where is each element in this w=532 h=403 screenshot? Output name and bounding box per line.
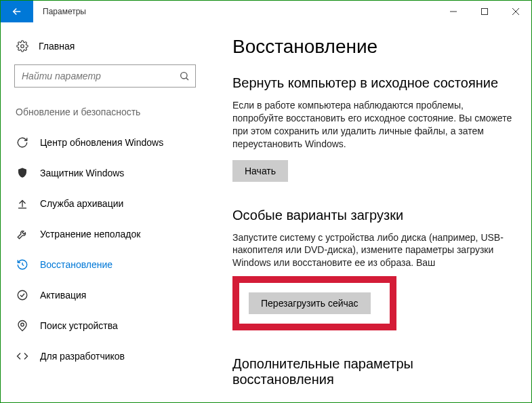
- sidebar-item-defender[interactable]: Защитник Windows: [14, 157, 196, 188]
- sidebar-item-label: Защитник Windows: [40, 168, 124, 178]
- window-title: Параметры: [33, 1, 438, 22]
- sidebar-item-developers[interactable]: Для разработчиков: [14, 341, 196, 371]
- search-input[interactable]: [22, 71, 179, 81]
- minimize-icon: [450, 8, 457, 15]
- close-icon: [512, 8, 519, 15]
- svg-point-1: [21, 45, 24, 48]
- window-controls: [438, 1, 531, 22]
- search-box[interactable]: [14, 64, 196, 88]
- sidebar-item-label: Поиск устройства: [40, 320, 118, 331]
- svg-point-2: [181, 73, 187, 79]
- advanced-body: Запустите систему с устройства либо диск…: [232, 231, 512, 270]
- sidebar-item-label: Восстановление: [40, 259, 112, 270]
- check-circle-icon: [16, 289, 29, 301]
- location-icon: [16, 320, 29, 332]
- sync-icon: [16, 136, 29, 149]
- highlight-annotation: Перезагрузить сейчас: [232, 276, 396, 330]
- sidebar-item-windows-update[interactable]: Центр обновления Windows: [14, 127, 196, 157]
- history-icon: [16, 258, 29, 271]
- page-title: Восстановление: [232, 36, 512, 58]
- arrow-left-icon: [11, 5, 23, 18]
- code-icon: [16, 350, 29, 362]
- more-recovery-section: Дополнительные параметры восстановления: [232, 356, 512, 387]
- svg-point-4: [21, 323, 24, 326]
- sidebar-item-label: Для разработчиков: [40, 351, 125, 362]
- main-panel: Восстановление Вернуть компьютер в исход…: [209, 22, 531, 403]
- advanced-title: Особые варианты загрузки: [232, 208, 512, 223]
- back-button[interactable]: [1, 1, 33, 22]
- wrench-icon: [16, 228, 29, 240]
- shield-icon: [16, 167, 29, 179]
- sidebar-item-activation[interactable]: Активация: [14, 280, 196, 310]
- svg-point-3: [18, 290, 27, 300]
- svg-rect-0: [482, 9, 488, 15]
- maximize-icon: [481, 8, 488, 15]
- sidebar-section-label: Обновление и безопасность: [14, 107, 196, 117]
- home-label: Главная: [39, 41, 75, 52]
- sidebar-item-recovery[interactable]: Восстановление: [14, 249, 196, 280]
- sidebar-item-label: Активация: [40, 290, 86, 301]
- upload-icon: [16, 197, 29, 210]
- sidebar-item-label: Служба архивации: [40, 198, 123, 209]
- reset-title: Вернуть компьютер в исходное состояние: [232, 75, 512, 91]
- sidebar-item-troubleshoot[interactable]: Устранение неполадок: [14, 218, 196, 249]
- titlebar: Параметры: [1, 1, 531, 22]
- reset-start-button[interactable]: Начать: [232, 160, 288, 182]
- gear-icon: [16, 40, 29, 52]
- sidebar: Главная Обновление и безопасность Центр …: [1, 22, 209, 403]
- close-button[interactable]: [500, 1, 531, 22]
- minimize-button[interactable]: [438, 1, 469, 22]
- sidebar-item-backup[interactable]: Служба архивации: [14, 188, 196, 218]
- sidebar-item-label: Устранение неполадок: [40, 229, 140, 239]
- restart-now-button[interactable]: Перезагрузить сейчас: [249, 292, 371, 314]
- reset-body: Если в работе компьютера наблюдаются про…: [232, 99, 512, 151]
- search-icon: [179, 71, 190, 81]
- maximize-button[interactable]: [469, 1, 500, 22]
- sidebar-item-label: Центр обновления Windows: [40, 137, 163, 148]
- home-link[interactable]: Главная: [14, 35, 196, 64]
- advanced-startup-section: Особые варианты загрузки Запустите систе…: [232, 208, 512, 331]
- sidebar-item-find-device[interactable]: Поиск устройства: [14, 310, 196, 341]
- more-title: Дополнительные параметры восстановления: [232, 356, 512, 387]
- reset-section: Вернуть компьютер в исходное состояние Е…: [232, 75, 512, 182]
